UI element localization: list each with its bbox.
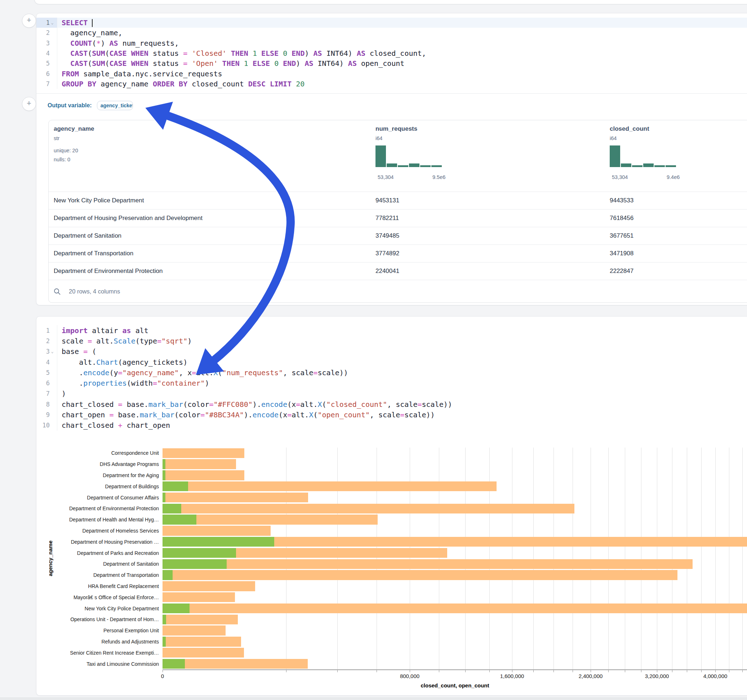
bar-open[interactable]: [163, 514, 197, 525]
output-variable-pill[interactable]: agency_tickets: [97, 101, 133, 110]
bar-open[interactable]: [163, 537, 274, 547]
code-token: properties: [83, 379, 127, 388]
code-token: =: [153, 379, 157, 388]
code-line[interactable]: 9⌄chart_open = base.mark_bar(color="#8BC…: [36, 409, 747, 420]
bar-open[interactable]: [163, 659, 185, 669]
bar-open[interactable]: [163, 470, 165, 480]
x-axis-tick: [553, 670, 554, 672]
table-row[interactable]: Department of Housing Preservation and D…: [48, 209, 747, 227]
code-token: 0: [283, 49, 287, 57]
code-line[interactable]: 7⌄GROUP BY agency_name ORDER BY closed_c…: [36, 79, 747, 89]
bar-open[interactable]: [163, 570, 172, 580]
table-row[interactable]: Department of Transportation377489234719…: [48, 244, 747, 262]
code-line[interactable]: 2⌄ agency_name,: [36, 28, 747, 38]
bar-open[interactable]: [163, 493, 165, 503]
add-cell-button[interactable]: +: [22, 97, 36, 111]
bar-closed[interactable]: [163, 648, 244, 658]
code-line[interactable]: 10⌄chart_closed + chart_open: [36, 420, 747, 431]
bar-open[interactable]: [163, 615, 166, 625]
histogram-min-label: 53,304: [378, 174, 393, 180]
table-column-header[interactable]: num_requestsi6453,3049.5e6: [375, 120, 498, 192]
bar-closed[interactable]: [163, 637, 241, 647]
bar-closed[interactable]: [163, 626, 225, 635]
bar-closed[interactable]: [163, 526, 271, 536]
bar-open[interactable]: [163, 459, 165, 469]
python-code-editor[interactable]: 1⌄import altair as alt2⌄scale = alt.Scal…: [36, 325, 747, 431]
code-line[interactable]: 2⌄scale = alt.Scale(type="sqrt"): [36, 336, 747, 346]
code-line[interactable]: 3⌄base = (: [36, 346, 747, 357]
bar-closed[interactable]: [163, 459, 236, 469]
sql-code-editor[interactable]: 1⌄SELECT 2⌄ agency_name,3⌄ COUNT(*) AS n…: [36, 18, 747, 89]
code-line[interactable]: 8⌄chart_closed = base.mark_bar(color="#F…: [36, 399, 747, 409]
x-axis-tick: [410, 670, 410, 672]
code-line[interactable]: 5⌄ .encode(y="agency_name", x=alt.X("num…: [36, 367, 747, 378]
code-token: alt.: [196, 368, 213, 377]
code-token: CASE: [109, 49, 127, 57]
bar-open[interactable]: [163, 548, 236, 558]
code-line[interactable]: 5⌄ CAST(SUM(CASE WHEN status = 'Open' TH…: [36, 58, 747, 68]
table-row[interactable]: Department of Sanitation37494853677651: [48, 227, 747, 245]
code-line[interactable]: 1⌄import altair as alt: [36, 325, 747, 336]
code-token: =: [83, 347, 88, 356]
code-token: [62, 49, 70, 57]
code-text: CAST(SUM(CASE WHEN status = 'Open' THEN …: [57, 59, 404, 68]
x-axis-tick-label: 2,400,000: [579, 673, 603, 679]
code-token: (x: [278, 410, 287, 419]
bar-open[interactable]: [163, 504, 181, 514]
histogram-min-label: 53,304: [612, 174, 628, 180]
code-token: scale)): [422, 400, 452, 409]
table-column-header[interactable]: agency_namestrunique: 20nulls: 0: [54, 120, 176, 192]
add-cell-button[interactable]: +: [22, 14, 36, 28]
code-line[interactable]: 1⌄SELECT: [36, 18, 747, 28]
code-token: FROM: [62, 69, 79, 78]
code-token: chart_closed: [62, 400, 118, 409]
code-token: "num_requests": [222, 368, 283, 377]
bar-closed[interactable]: [163, 581, 255, 591]
line-gutter: 7⌄: [36, 389, 57, 399]
bar-open[interactable]: [163, 481, 188, 492]
table-cell: 2240041: [375, 267, 399, 275]
line-number: 3: [41, 348, 50, 355]
code-line[interactable]: 6⌄FROM sample_data.nyc.service_requests: [36, 68, 747, 78]
x-axis-tick-label: 4,000,000: [703, 673, 727, 679]
code-token: [127, 49, 131, 57]
code-text: chart_open = base.mark_bar(color="#8BC34…: [57, 410, 435, 419]
bar-closed[interactable]: [163, 481, 496, 492]
bar-closed[interactable]: [163, 603, 747, 614]
table-row[interactable]: Department of Environmental Protection22…: [48, 262, 747, 280]
bar-closed[interactable]: [163, 448, 244, 459]
code-token: alt: [131, 326, 148, 335]
fold-chevron-icon[interactable]: ⌄: [50, 20, 55, 25]
bar-closed[interactable]: [163, 592, 235, 602]
line-number: 1: [41, 19, 50, 26]
table-column-header[interactable]: closed_counti6453,3049.4e6: [610, 120, 732, 192]
table-cell: 3471908: [610, 250, 634, 257]
bar-closed[interactable]: [163, 504, 575, 514]
x-axis-tick: [286, 670, 286, 672]
code-token: ): [62, 389, 66, 398]
code-line[interactable]: 4⌄ alt.Chart(agency_tickets): [36, 357, 747, 367]
bar-open[interactable]: [163, 603, 189, 614]
code-line[interactable]: 3⌄ COUNT(*) AS num_requests,: [36, 38, 747, 48]
code-token: (y: [109, 368, 118, 377]
code-token: scale: [62, 337, 88, 345]
code-text: base = (: [57, 347, 96, 356]
search-icon[interactable]: [54, 288, 61, 295]
bar-closed[interactable]: [163, 559, 693, 569]
line-gutter: 1⌄: [36, 18, 57, 28]
code-token: (: [218, 368, 222, 377]
code-line[interactable]: 6⌄ .properties(width="container"): [36, 378, 747, 388]
bar-open[interactable]: [163, 559, 227, 569]
code-token: [278, 59, 283, 68]
code-text: ): [57, 389, 66, 398]
bar-open[interactable]: [163, 637, 166, 647]
fold-chevron-icon[interactable]: ⌄: [50, 349, 55, 354]
bar-closed[interactable]: [163, 470, 244, 480]
histogram-bar: [643, 163, 654, 167]
bar-closed[interactable]: [163, 493, 308, 503]
code-line[interactable]: 4⌄ CAST(SUM(CASE WHEN status = 'Closed' …: [36, 48, 747, 58]
bar-closed[interactable]: [163, 615, 238, 625]
table-row[interactable]: New York City Police Department945313194…: [48, 192, 747, 210]
bar-closed[interactable]: [163, 570, 677, 580]
code-line[interactable]: 7⌄): [36, 389, 747, 399]
